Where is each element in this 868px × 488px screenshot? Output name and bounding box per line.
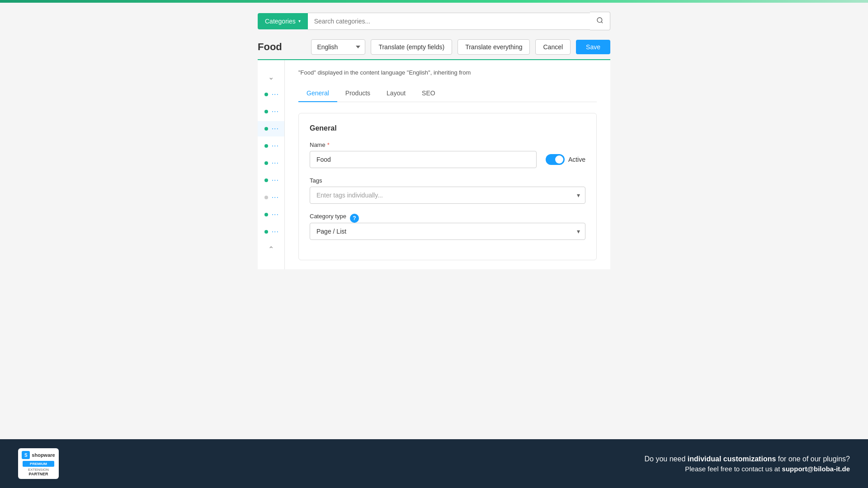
list-item[interactable]: ··· [258, 104, 284, 119]
footer-logo: S shopware PREMIUM EXTENSION PARTNER [18, 448, 59, 479]
name-label: Name * [310, 141, 585, 148]
name-form-group: Name * Active [310, 141, 585, 168]
shopware-text: shopware [32, 452, 55, 458]
status-dot [264, 144, 268, 148]
search-input[interactable] [308, 13, 590, 29]
shopware-brand: S shopware [22, 451, 55, 459]
search-icon [596, 17, 604, 24]
shopware-icon: S [22, 451, 30, 459]
sidebar: ⌄ ··· ··· ··· ··· ··· [258, 60, 285, 269]
page-title: Food [258, 41, 282, 53]
shopware-partner-logo: S shopware PREMIUM EXTENSION PARTNER [18, 448, 59, 479]
tab-bar: General Products Layout SEO [298, 85, 597, 102]
category-type-label: Category type [310, 213, 346, 220]
name-row: Active [310, 151, 585, 168]
search-button[interactable] [590, 12, 610, 30]
translate-everything-button[interactable]: Translate everything [458, 39, 530, 55]
toggle-slider [546, 154, 565, 165]
footer: S shopware PREMIUM EXTENSION PARTNER Do … [0, 439, 868, 488]
search-input-wrap [308, 13, 590, 30]
list-item[interactable]: ··· [258, 224, 284, 239]
list-item[interactable]: ··· [258, 190, 284, 205]
tags-select[interactable]: Enter tags individually... [310, 187, 585, 204]
footer-cta: Do you need individual customizations fo… [645, 455, 850, 473]
extension-label: EXTENSION [28, 468, 49, 472]
tags-form-group: Tags Enter tags individually... [310, 177, 585, 204]
status-dot [264, 110, 268, 113]
section-title: General [310, 124, 585, 132]
sidebar-expand-button[interactable]: ⌃ [258, 241, 284, 257]
footer-line2: Please feel free to contact us at suppor… [645, 465, 850, 473]
general-section-card: General Name * Activ [298, 113, 597, 260]
required-star: * [327, 141, 330, 148]
language-select[interactable]: English German French [311, 39, 365, 55]
status-dot [264, 127, 268, 131]
sidebar-item-menu[interactable]: ··· [272, 193, 279, 202]
footer-email[interactable]: support@biloba-it.de [782, 465, 850, 473]
category-type-form-group: Category type ? Page / List Folder Link [310, 213, 585, 240]
tab-seo[interactable]: SEO [414, 85, 443, 102]
name-input[interactable] [310, 151, 537, 168]
svg-line-1 [601, 22, 603, 23]
sidebar-collapse-button[interactable]: ⌄ [258, 69, 284, 85]
sidebar-item-menu[interactable]: ··· [272, 211, 279, 219]
status-dot [264, 178, 268, 182]
categories-label: Categories [265, 18, 296, 25]
search-bar-row: Categories ▾ [258, 12, 610, 30]
tab-general[interactable]: General [298, 85, 337, 102]
tab-products[interactable]: Products [337, 85, 378, 102]
sidebar-item-menu[interactable]: ··· [272, 228, 279, 236]
list-item[interactable]: ··· [258, 207, 284, 222]
status-dot [264, 213, 268, 216]
save-button[interactable]: Save [576, 40, 610, 54]
sidebar-item-menu[interactable]: ··· [272, 142, 279, 150]
sidebar-item-menu[interactable]: ··· [272, 176, 279, 184]
category-type-info-icon[interactable]: ? [350, 214, 359, 223]
sidebar-item-menu[interactable]: ··· [272, 90, 279, 99]
categories-button[interactable]: Categories ▾ [258, 13, 308, 29]
list-item[interactable]: ··· [258, 121, 284, 136]
status-dot [264, 161, 268, 165]
footer-line1: Do you need individual customizations fo… [645, 455, 850, 463]
active-toggle[interactable] [546, 154, 565, 165]
header-row: Food English German French Translate (em… [258, 39, 610, 60]
info-text: "Food" displayed in the content language… [298, 69, 597, 76]
translate-empty-button[interactable]: Translate (empty fields) [371, 39, 452, 55]
list-item[interactable]: ··· [258, 155, 284, 171]
tab-layout[interactable]: Layout [378, 85, 414, 102]
active-toggle-wrap: Active [546, 154, 585, 165]
list-item[interactable]: ··· [258, 173, 284, 188]
status-dot [264, 93, 268, 96]
category-type-select-wrap: Page / List Folder Link [310, 223, 585, 240]
category-type-select[interactable]: Page / List Folder Link [310, 223, 585, 240]
sidebar-item-menu[interactable]: ··· [272, 125, 279, 133]
tags-label: Tags [310, 177, 585, 184]
sidebar-item-menu[interactable]: ··· [272, 108, 279, 116]
sidebar-item-menu[interactable]: ··· [272, 159, 279, 167]
list-item[interactable]: ··· [258, 87, 284, 102]
status-dot [264, 196, 268, 199]
category-type-label-row: Category type ? [310, 213, 585, 223]
premium-badge: PREMIUM [23, 461, 54, 467]
list-item[interactable]: ··· [258, 138, 284, 154]
status-dot [264, 230, 268, 234]
categories-chevron-icon: ▾ [298, 19, 301, 23]
svg-point-0 [597, 18, 602, 23]
main-panel: "Food" displayed in the content language… [285, 60, 610, 269]
partner-label: PARTNER [29, 472, 48, 476]
active-label: Active [568, 156, 585, 163]
tags-select-wrap: Enter tags individually... [310, 187, 585, 204]
cancel-button[interactable]: Cancel [535, 39, 571, 55]
content-wrap: ⌄ ··· ··· ··· ··· ··· [258, 60, 610, 269]
